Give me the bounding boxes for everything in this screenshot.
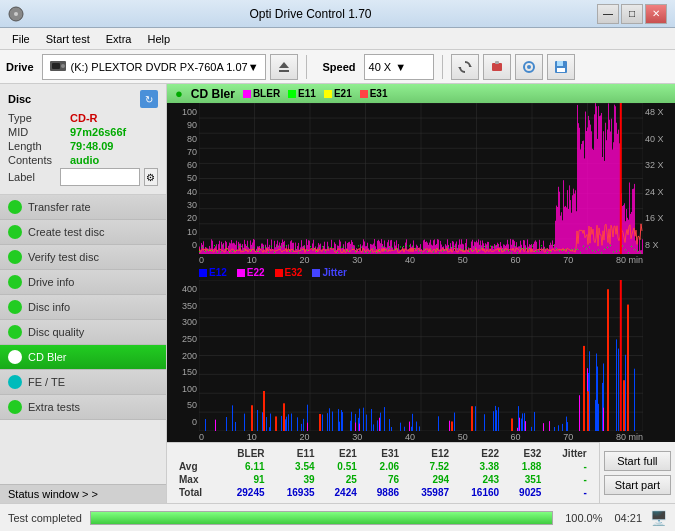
nav-verify-test-disc[interactable]: Verify test disc [0, 245, 166, 270]
nav-items: Transfer rate Create test disc Verify te… [0, 195, 166, 484]
y-axis-right-2 [643, 280, 675, 431]
col-header-e21: E21 [319, 447, 361, 460]
close-button[interactable]: ✕ [645, 4, 667, 24]
nav-drive-info-label: Drive info [28, 276, 74, 288]
erase-button[interactable] [483, 54, 511, 80]
refresh-button[interactable] [451, 54, 479, 80]
separator [306, 55, 307, 79]
svg-point-1 [14, 12, 18, 16]
nav-fe-te-label: FE / TE [28, 376, 65, 388]
quality-icon [8, 325, 22, 339]
menu-file[interactable]: File [4, 31, 38, 47]
bottom-row: BLER E11 E21 E31 E12 E22 E32 Jitter Avg [167, 442, 675, 503]
bler-color [243, 90, 251, 98]
jitter-legend: Jitter [312, 267, 346, 278]
nav-extra-tests[interactable]: Extra tests [0, 395, 166, 420]
stats-row-total: Total 29245 16935 2424 9886 35987 16160 … [175, 486, 591, 499]
speed-select[interactable]: 40 X ▼ [364, 54, 434, 80]
total-e31: 9886 [361, 486, 403, 499]
e22-legend: E22 [237, 267, 265, 278]
minimize-button[interactable]: — [597, 4, 619, 24]
total-jitter: - [545, 486, 590, 499]
menu-help[interactable]: Help [139, 31, 178, 47]
e11-legend: E11 [288, 88, 316, 99]
jitter-color [312, 269, 320, 277]
e31-label: E31 [370, 88, 388, 99]
e12-color [199, 269, 207, 277]
col-header-e32: E32 [503, 447, 545, 460]
disc-icon [8, 6, 24, 22]
save-button[interactable] [547, 54, 575, 80]
drive-value: (K:) PLEXTOR DVDR PX-760A 1.07 [71, 61, 248, 73]
chart1-area [199, 103, 643, 254]
speed-dropdown-arrow: ▼ [395, 61, 406, 73]
x-axis-2: 0 10 20 30 40 50 60 70 80 min [167, 431, 675, 442]
fe-te-icon [8, 375, 22, 389]
main-layout: Disc ↻ Type CD-R MID 97m26s66f Length 79… [0, 84, 675, 503]
total-e22: 16160 [453, 486, 503, 499]
stats-row-avg: Avg 6.11 3.54 0.51 2.06 7.52 3.38 1.88 - [175, 460, 591, 473]
erase-icon [490, 60, 504, 74]
title-bar: Opti Drive Control 1.70 — □ ✕ [0, 0, 675, 28]
nav-disc-quality[interactable]: Disc quality [0, 320, 166, 345]
action-area: Start full Start part [599, 442, 675, 503]
chart2-wrapper: 400 350 300 250 200 150 100 50 0 [167, 280, 675, 431]
nav-create-test-disc[interactable]: Create test disc [0, 220, 166, 245]
nav-transfer-rate[interactable]: Transfer rate [0, 195, 166, 220]
bler-legend: BLER [243, 88, 280, 99]
menu-extra[interactable]: Extra [98, 31, 140, 47]
nav-fe-te[interactable]: FE / TE [0, 370, 166, 395]
create-icon [8, 225, 22, 239]
total-e11: 16935 [269, 486, 319, 499]
nav-create-label: Create test disc [28, 226, 104, 238]
status-bar: Test completed 100.0% 04:21 🖥️ [0, 503, 675, 531]
avg-e32: 1.88 [503, 460, 545, 473]
svg-rect-15 [557, 68, 565, 72]
e12-legend: E12 [199, 267, 227, 278]
maximize-button[interactable]: □ [621, 4, 643, 24]
menu-start-test[interactable]: Start test [38, 31, 98, 47]
nav-cd-bler[interactable]: CD Bler [0, 345, 166, 370]
nav-transfer-label: Transfer rate [28, 201, 91, 213]
menu-bar: File Start test Extra Help [0, 28, 675, 50]
total-bler: 29245 [219, 486, 269, 499]
bler-label: BLER [253, 88, 280, 99]
col-header-e11: E11 [269, 447, 319, 460]
max-e11: 39 [269, 473, 319, 486]
progress-bar-fill [91, 512, 552, 524]
svg-rect-14 [557, 61, 563, 66]
y-axis-1: 100 90 80 70 60 50 40 30 20 10 0 [167, 103, 199, 254]
status-icon: 🖥️ [650, 510, 667, 526]
disc-refresh-button[interactable]: ↻ [140, 90, 158, 108]
nav-verify-label: Verify test disc [28, 251, 99, 263]
start-full-button[interactable]: Start full [604, 451, 671, 471]
col-header-bler: BLER [219, 447, 269, 460]
extra-icon [8, 400, 22, 414]
speed-label: Speed [323, 61, 356, 73]
e21-color [324, 90, 332, 98]
drive-select[interactable]: (K:) PLEXTOR DVDR PX-760A 1.07 ▼ [42, 54, 266, 80]
col-header-jitter: Jitter [545, 447, 590, 460]
label-input[interactable] [60, 168, 140, 186]
nav-drive-info[interactable]: Drive info [0, 270, 166, 295]
max-e32: 351 [503, 473, 545, 486]
start-part-button[interactable]: Start part [604, 475, 671, 495]
svg-marker-5 [279, 62, 289, 68]
chart-icon: ● [175, 86, 183, 101]
eject-icon [277, 60, 291, 74]
label-button[interactable]: ⚙ [144, 168, 158, 186]
max-e12: 294 [403, 473, 453, 486]
nav-disc-quality-label: Disc quality [28, 326, 84, 338]
max-e21: 25 [319, 473, 361, 486]
nav-disc-info[interactable]: Disc info [0, 295, 166, 320]
stats-row-max: Max 91 39 25 76 294 243 351 - [175, 473, 591, 486]
max-e31: 76 [361, 473, 403, 486]
status-window-button[interactable]: Status window > > [0, 484, 166, 503]
chart2-area [199, 280, 643, 431]
e22-color [237, 269, 245, 277]
e11-label: E11 [298, 88, 316, 99]
burn-button[interactable] [515, 54, 543, 80]
svg-point-4 [61, 64, 65, 68]
verify-icon [8, 250, 22, 264]
eject-button[interactable] [270, 54, 298, 80]
